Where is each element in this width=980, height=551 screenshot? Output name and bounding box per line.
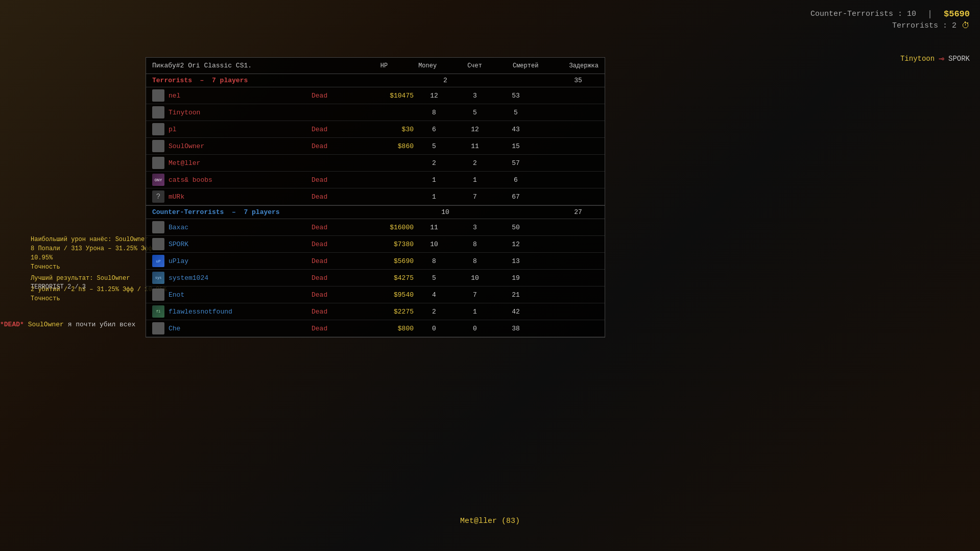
player-score: 8 [414,109,455,116]
player-ping: 57 [495,159,536,167]
player-score: 1 [414,176,455,184]
player-name: Enot [169,291,312,299]
avatar [152,140,164,152]
player-deaths: 1 [455,176,495,184]
avatar: uP [152,255,164,267]
dead-status: Dead [312,224,352,231]
player-ping: 15 [495,142,536,150]
indicator-name2: SPORK [948,55,970,63]
player-deaths: 7 [455,291,495,299]
chat-player-name: SoulOwner [28,321,64,328]
table-row: pl Dead $30 6 12 43 [146,121,605,138]
ct-team-score: 10 [425,208,466,216]
dead-status: Dead [312,126,352,133]
avatar [152,322,164,334]
player-deaths: 1 [455,308,495,316]
player-name: uPlay [169,257,312,265]
player-ping: 38 [495,325,536,332]
player-name: SoulOwner [169,142,312,150]
player-ping: 19 [495,274,536,282]
t-team-ping: 35 [558,77,599,84]
player-ping: 13 [495,257,536,265]
player-deaths: 11 [455,142,495,150]
player-name: Met@ller [169,159,312,167]
player-money: $800 [363,325,414,332]
player-money: $16000 [363,224,414,231]
scoreboard-header: Пикабу#2 Ori Classic CS1. HP Money Счет … [146,58,605,74]
dead-status: Dead [312,193,352,201]
col-header-deaths: Смертей [513,62,538,69]
avatar [152,221,164,233]
avatar [152,123,164,135]
player-score: 2 [414,159,455,167]
chat-text: я почти убил всех [68,321,136,328]
scoreboard: Пикабу#2 Ori Classic CS1. HP Money Счет … [146,57,605,338]
avatar: ONY [152,174,164,186]
table-row: Вахас Dead $16000 11 3 50 [146,219,605,236]
hud-top-right: Counter-Terrorists : 10 $5690 Terrorists… [810,9,970,31]
table-row: ? mURk Dead 1 7 67 [146,188,605,205]
dead-status: Dead [312,257,352,265]
terrorist-round-label: TERRORIST 2 / 3 [31,283,86,291]
player-name: cats& boobs [169,176,312,184]
player-money: $2275 [363,308,414,316]
chat-message: *DEAD* SoulOwner я почти убил всех [0,321,135,328]
player-ping: 43 [495,126,536,133]
player-name: SPORK [169,241,312,248]
player-money: $7380 [363,241,414,248]
player-score: 6 [414,126,455,133]
avatar: ? [152,190,164,203]
table-row: SoulOwner Dead $860 5 11 15 [146,138,605,155]
player-money: $30 [363,126,414,133]
player-ping: 67 [495,193,536,201]
player-money: $9540 [363,291,414,299]
indicator-name1: Tinytoon [900,55,935,63]
player-name: Вахас [169,224,312,231]
player-ping: 12 [495,241,536,248]
player-deaths: 10 [455,274,495,282]
player-deaths: 7 [455,193,495,201]
avatar: fl [152,305,164,318]
player-score: 4 [414,291,455,299]
player-name: pl [169,126,312,133]
player-name: system1024 [169,274,312,282]
table-row: Che Dead $800 0 0 38 [146,320,605,337]
player-score: 1 [414,193,455,201]
table-row: fl flawlessnotfound Dead $2275 2 1 42 [146,303,605,320]
avatar [152,289,164,301]
col-header-ping: Задержка [569,62,599,69]
col-header-score: Счет [467,62,482,69]
player-ping: 5 [495,109,536,116]
dead-status: Dead [312,291,352,299]
table-row: Enot Dead $9540 4 7 21 [146,286,605,303]
player-score: 5 [414,274,455,282]
player-ping: 6 [495,176,536,184]
player-indicator: Tinytoon ⊸ SPORK [900,53,970,64]
player-ping: 53 [495,92,536,100]
player-score: 8 [414,257,455,265]
ct-score-line: Counter-Terrorists : 10 $5690 [810,9,970,19]
t-label: Terrorists : 2 [892,21,957,30]
player-deaths: 3 [455,224,495,231]
player-name: flawlessnotfound [169,308,312,316]
score-divider [929,10,930,18]
table-row: SPORK Dead $7380 10 8 12 [146,236,605,253]
player-name: mURk [169,193,312,201]
player-score: 0 [414,325,455,332]
bottom-player-name: Met@ller (83) [460,517,520,525]
player-score: 10 [414,241,455,248]
ct-label-sb: Counter-Terrorists – 7 players [152,208,280,216]
table-row: nel Dead $10475 12 3 53 [146,87,605,104]
dead-status: Dead [312,308,352,316]
player-money: $5690 [363,257,414,265]
player-deaths: 0 [455,325,495,332]
dead-status: Dead [312,274,352,282]
table-row: sys system1024 Dead $4275 5 10 19 [146,270,605,286]
ct-label: Counter-Terrorists : 10 [810,10,916,18]
terrorists-label: Terrorists – 7 players [152,77,248,84]
terrorists-team-row: Terrorists – 7 players 2 35 [146,74,605,87]
dead-prefix: *DEAD* [0,321,24,328]
dead-status: Dead [312,142,352,150]
dead-status: Dead [312,325,352,332]
player-name: Tinytoon [169,109,312,116]
